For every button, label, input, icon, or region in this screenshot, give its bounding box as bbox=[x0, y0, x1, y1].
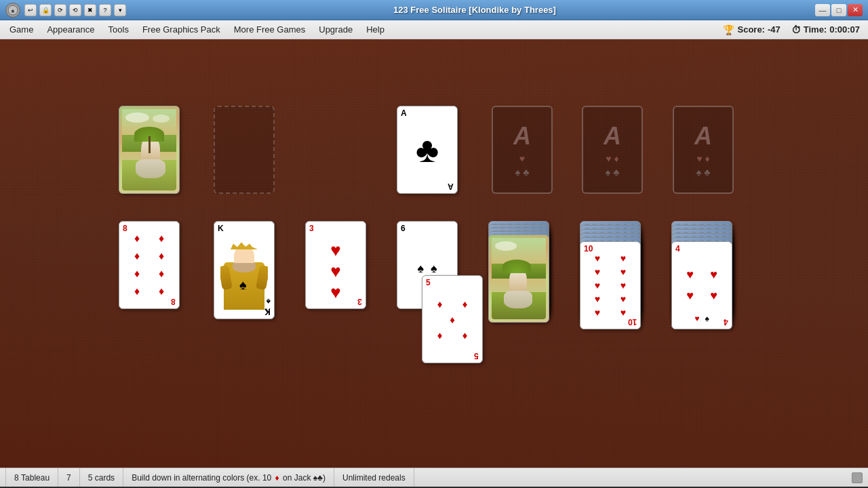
t4-5d-rank-br: 5 bbox=[474, 352, 479, 360]
status-bar: 8 Tableau 7 5 cards Build down in altern… bbox=[0, 468, 868, 487]
foundation-1[interactable]: A A ♣ bbox=[397, 106, 458, 194]
toolbar-btn-undo[interactable]: ↩ bbox=[24, 4, 37, 16]
t1-rank-br: 8 bbox=[171, 298, 176, 306]
tableau-word: Tableau bbox=[21, 473, 50, 483]
menu-upgrade[interactable]: Upgrade bbox=[312, 22, 359, 37]
window-title: 123 Free Solitaire [Klondike by Threes] bbox=[134, 5, 815, 15]
t7-4h-bottom-suits: ♥ ♠ bbox=[694, 314, 709, 323]
menu-free-graphics[interactable]: Free Graphics Pack bbox=[136, 22, 227, 37]
tableau-label: 8 bbox=[14, 473, 19, 483]
t2-rank-tl: K bbox=[218, 224, 224, 232]
toolbar-btn-back[interactable]: ⟲ bbox=[69, 4, 81, 16]
stock-card-art bbox=[122, 109, 176, 190]
status-cards-value: 5 cards bbox=[88, 473, 115, 483]
tableau-col6-10h[interactable]: 10 10 ♥ ♥ ♥ ♥ ♥ ♥ ♥ ♥ ♥ ♥ bbox=[580, 241, 641, 329]
tableau-col1[interactable]: 8 8 ♦ ♦ ♦ ♦ ♦ ♦ ♦ ♦ bbox=[119, 221, 180, 309]
status-cards: 5 cards bbox=[80, 468, 123, 487]
score-display: 🏆 Score: -47 bbox=[723, 24, 780, 35]
toolbar: ↩ 🔒 ⟳ ⟲ ✖ ? ▾ bbox=[24, 4, 126, 16]
statusbar-resize[interactable] bbox=[852, 472, 863, 483]
score-value: -47 bbox=[768, 24, 781, 35]
menu-tools[interactable]: Tools bbox=[102, 22, 136, 37]
score-icon: 🏆 bbox=[723, 24, 734, 35]
waste-pile[interactable] bbox=[214, 106, 275, 194]
status-number: 7 bbox=[58, 468, 80, 487]
toolbar-btn-redo[interactable]: ⟳ bbox=[54, 4, 66, 16]
svg-text:♠: ♠ bbox=[12, 7, 15, 14]
window-controls: — □ ✕ bbox=[815, 4, 863, 16]
time-display: ⏱ Time: 0:00:07 bbox=[791, 24, 860, 35]
status-number-value: 7 bbox=[66, 473, 71, 483]
t7-4h-pips: ♥ ♥ ♥ ♥ bbox=[672, 254, 732, 317]
score-area: 🏆 Score: -47 ⏱ Time: 0:00:07 bbox=[723, 24, 860, 35]
toolbar-btn-lock[interactable]: 🔒 bbox=[39, 4, 52, 16]
minimize-button[interactable]: — bbox=[815, 4, 830, 16]
foundation1-center: ♣ bbox=[416, 132, 439, 167]
redeals-value: Unlimited redeals bbox=[342, 473, 406, 483]
foundation3-a: A bbox=[604, 122, 621, 150]
t2-rank-br2: K♠ bbox=[265, 297, 271, 316]
t5-monet-art bbox=[492, 238, 546, 319]
foundation-4[interactable]: A ♥ ♦ ♠ ♣ bbox=[673, 106, 734, 194]
t6-10h-rank-br: 10 bbox=[628, 318, 637, 326]
t3-rank-br: 3 bbox=[357, 298, 362, 306]
foundation-3[interactable]: A ♥ ♦ ♠ ♣ bbox=[582, 106, 643, 194]
king-illustration: ♠ bbox=[220, 239, 268, 310]
t4-5d-rank-tl: 5 bbox=[426, 279, 431, 287]
toolbar-btn-close[interactable]: ✖ bbox=[84, 4, 96, 16]
tableau-col5-monet[interactable] bbox=[488, 235, 549, 323]
foundation4-a: A bbox=[694, 122, 712, 150]
t4-6s-rank-tl: 6 bbox=[401, 224, 406, 232]
score-label: Score: bbox=[737, 24, 764, 35]
t1-rank-tl: 8 bbox=[123, 224, 127, 232]
tableau-col4-5d[interactable]: 5 5 ♦ ♦ ♦ ♦ ♦ bbox=[422, 275, 483, 363]
menu-appearance[interactable]: Appearance bbox=[40, 22, 101, 37]
foundation2-a: A bbox=[513, 122, 531, 150]
t6-10h-pips: ♥ ♥ ♥ ♥ ♥ ♥ ♥ ♥ ♥ ♥ bbox=[580, 243, 640, 327]
stock-pile[interactable] bbox=[119, 106, 180, 194]
menu-game[interactable]: Game bbox=[3, 22, 40, 37]
app-icon: ♠ bbox=[5, 3, 20, 18]
build-rule-text: Build down in alternating colors (ex. 10… bbox=[132, 473, 326, 483]
toolbar-btn-help[interactable]: ? bbox=[99, 4, 111, 16]
tableau-col3[interactable]: 3 3 ♥ ♥ ♥ bbox=[305, 221, 366, 309]
time-icon: ⏱ bbox=[791, 24, 801, 35]
status-build-rule: Build down in alternating colors (ex. 10… bbox=[123, 468, 334, 487]
game-area: A A ♣ A ♥ ♠ ♣ A ♥ ♦ ♠ ♣ bbox=[0, 39, 868, 468]
menu-help[interactable]: Help bbox=[359, 22, 391, 37]
t7-4h-rank-br: 4 bbox=[724, 318, 728, 326]
t6-10h-rank-tl: 10 bbox=[584, 245, 593, 253]
status-tableau: 8 Tableau bbox=[5, 468, 58, 487]
foundation-2[interactable]: A ♥ ♠ ♣ bbox=[492, 106, 553, 194]
close-button[interactable]: ✕ bbox=[848, 4, 863, 16]
t3-pips: ♥ ♥ ♥ bbox=[330, 240, 340, 301]
t4-5d-pips: ♦ ♦ ♦ ♦ ♦ bbox=[422, 289, 482, 350]
foundation1-rank-br: A bbox=[448, 182, 454, 190]
t3-rank-tl: 3 bbox=[309, 224, 314, 232]
time-label: Time: bbox=[804, 24, 827, 35]
t4-6s-top-pips: ♠ ♠ bbox=[417, 262, 437, 276]
status-redeals: Unlimited redeals bbox=[334, 468, 414, 487]
tableau-col2[interactable]: K K ♠ K♠ bbox=[214, 221, 275, 319]
maximize-button[interactable]: □ bbox=[831, 4, 846, 16]
tableau-col7-4h[interactable]: 4 4 ♥ ♥ ♥ ♥ ♥ ♠ bbox=[671, 241, 732, 329]
toolbar-btn-more[interactable]: ▾ bbox=[114, 4, 126, 16]
title-bar: ♠ ↩ 🔒 ⟳ ⟲ ✖ ? ▾ 123 Free Solitaire [Klon… bbox=[0, 0, 868, 20]
menu-more-games[interactable]: More Free Games bbox=[227, 22, 312, 37]
menu-bar: Game Appearance Tools Free Graphics Pack… bbox=[0, 20, 868, 39]
t7-4h-rank-tl: 4 bbox=[675, 245, 680, 253]
time-value: 0:00:07 bbox=[829, 24, 860, 35]
foundation1-rank-tl: A bbox=[401, 109, 407, 117]
